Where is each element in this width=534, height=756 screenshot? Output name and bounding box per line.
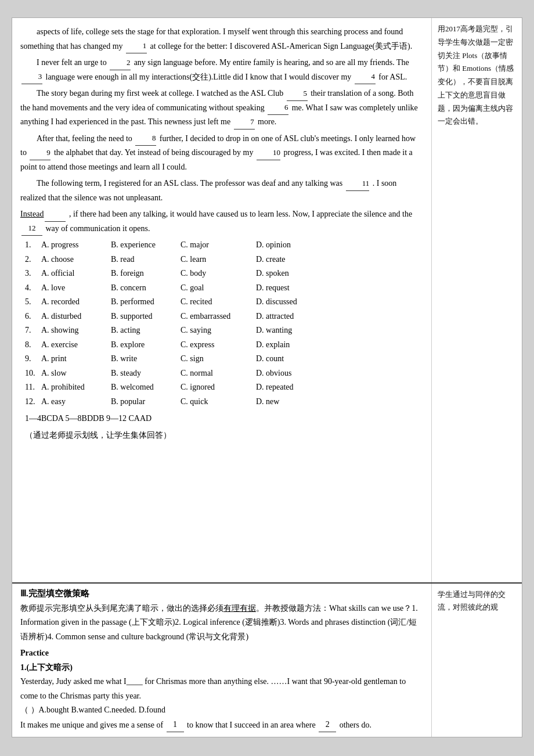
opt-a-11: A. prohibited — [41, 380, 111, 395]
blank11: 11 — [346, 177, 370, 191]
options-section: 1. A. progress B. experience C. major D.… — [20, 238, 423, 409]
opt-c-6: C. embarrassed — [181, 309, 256, 324]
sub1-para2: It makes me unique and gives me a sense … — [20, 718, 423, 733]
opt-c-9: C. sign — [181, 352, 256, 366]
opt-a-5: A. recorded — [41, 295, 111, 309]
para2-text: I never felt an urge to — [37, 58, 107, 67]
practice-title: Practice — [20, 646, 423, 661]
opt-b-3: B. foreign — [111, 267, 181, 281]
practice-label: Practice — [20, 649, 49, 657]
blank4: 4 — [355, 70, 376, 84]
opt-c-11: C. ignored — [181, 380, 256, 395]
sub1-para2b-text: to know that I succeed in an area where — [187, 721, 316, 729]
opt-b-1: B. experience — [111, 238, 181, 253]
opt-b-8: B. explore — [111, 338, 181, 352]
sub1-options-text: （ ）A.bought B.wanted C.needed. D.found — [20, 705, 165, 714]
para4c-text: the alphabet that day. Yet instead of be… — [54, 148, 254, 157]
right-note: 用2017高考题完型，引导学生每次做题一定密切关注 Plots（故事情节）和 E… — [438, 23, 516, 128]
blank1: 1 — [126, 39, 147, 53]
opt-b-7: B. acting — [111, 323, 181, 338]
opt-num-3: 3. — [25, 267, 41, 281]
opt-d-8: D. explain — [256, 338, 314, 352]
opt-a-3: A. official — [41, 267, 111, 281]
opt-a-12: A. easy — [41, 395, 111, 409]
option-row-4: 4. A. love B. concern C. goal D. request — [20, 281, 423, 296]
section3-title: Ⅲ.完型填空微策略 — [20, 588, 423, 599]
opt-num-9: 9. — [25, 352, 41, 366]
opt-c-8: C. express — [181, 338, 256, 352]
para5d-text: way of communication it opens. — [46, 224, 150, 233]
answer-line2: （通过老师提示划线，让学生集体回答） — [25, 431, 171, 440]
para4-text: After that, feeling the need to — [37, 134, 132, 143]
para2b-text: any sign language before. My entire fami… — [134, 58, 409, 67]
instead-blank — [45, 221, 66, 222]
opt-a-1: A. progress — [41, 238, 111, 253]
opt-num-4: 4. — [25, 281, 41, 296]
para5: The following term, I registered for an … — [20, 177, 423, 205]
opt-a-8: A. exercise — [41, 338, 111, 352]
section3-left: Ⅲ.完型填空微策略 教师提示完形填空从头到尾充满了暗示，做出的选择必须有理有据。… — [12, 584, 432, 737]
blank5: 5 — [287, 87, 308, 101]
sub1-para1-text: Yesterday, Judy asked me what I____ for … — [20, 677, 406, 700]
sub1-para2c-text: others do. — [340, 721, 371, 729]
opt-num-5: 5. — [25, 295, 41, 309]
sub1-para2-text: It makes me unique and gives me a sense … — [20, 721, 163, 729]
opt-c-3: C. body — [181, 267, 256, 281]
opt-c-12: C. quick — [181, 395, 256, 409]
blank6: 6 — [268, 101, 288, 115]
opt-d-12: D. new — [256, 395, 314, 409]
sub1-blank2: 2 — [319, 718, 336, 733]
opt-b-5: B. performed — [111, 295, 181, 309]
opt-c-7: C. saying — [181, 323, 256, 338]
page: aspects of life, college sets the stage … — [12, 17, 522, 737]
opt-b-6: B. supported — [111, 309, 181, 324]
answers-row: 1—4BCDA 5—8BDDB 9—12 CAAD — [20, 411, 423, 426]
opt-d-11: D. repeated — [256, 380, 314, 395]
opt-num-1: 1. — [25, 238, 41, 253]
opt-d-10: D. obvious — [256, 366, 314, 381]
blank2: 2 — [110, 56, 131, 70]
opt-b-4: B. concern — [111, 281, 181, 296]
para3: The story began during my first week at … — [20, 87, 423, 129]
opt-c-5: C. recited — [181, 295, 256, 309]
opt-a-10: A. slow — [41, 366, 111, 381]
answers-row2: （通过老师提示划线，让学生集体回答） — [20, 428, 423, 442]
para5c-text: , if there had been any talking, it woul… — [69, 210, 412, 218]
answer-line1: 1—4BCDA 5—8BDDB 9—12 CAAD — [25, 414, 151, 423]
option-row-3: 3. A. official B. foreign C. body D. spo… — [20, 267, 423, 281]
sub1-para1: Yesterday, Judy asked me what I____ for … — [20, 675, 423, 703]
opt-a-4: A. love — [41, 281, 111, 296]
opt-b-10: B. steady — [111, 366, 181, 381]
section3-intro-text: 教师提示完形填空从头到尾充满了暗示，做出的选择必须有理有据。并教授做题方法：Wh… — [20, 604, 418, 641]
opt-b-12: B. popular — [111, 395, 181, 409]
opt-num-11: 11. — [25, 380, 41, 395]
sub1-blank1: 1 — [167, 718, 184, 733]
sub1-options: （ ）A.bought B.wanted C.needed. D.found — [20, 703, 423, 718]
opt-d-3: D. spoken — [256, 267, 314, 281]
opt-num-8: 8. — [25, 338, 41, 352]
option-row-8: 8. A. exercise B. explore C. express D. … — [20, 338, 423, 352]
para1: aspects of life, college sets the stage … — [20, 25, 423, 53]
opt-a-9: A. print — [41, 352, 111, 366]
opt-b-2: B. read — [111, 253, 181, 267]
opt-c-1: C. major — [181, 238, 256, 253]
opt-d-5: D. discussed — [256, 295, 314, 309]
opt-a-7: A. showing — [41, 323, 111, 338]
para2c-text: language were enough in all my interacti… — [46, 73, 352, 81]
opt-num-10: 10. — [25, 366, 41, 381]
sub1-title: 1.(上下文暗示) — [20, 661, 423, 675]
opt-d-7: D. wanting — [256, 323, 314, 338]
opt-c-2: C. learn — [181, 253, 256, 267]
para3d-text: more. — [258, 117, 276, 126]
blank10: 10 — [257, 146, 280, 160]
para4: After that, feeling the need to 8 furthe… — [20, 132, 423, 175]
main-content: aspects of life, college sets the stage … — [12, 18, 522, 582]
option-row-9: 9. A. print B. write C. sign D. count — [20, 352, 423, 366]
blank8: 8 — [135, 132, 156, 146]
option-row-12: 12. A. easy B. popular C. quick D. new — [20, 395, 423, 409]
para2d-text: for ASL. — [378, 73, 407, 81]
section3-right: 学生通过与同伴的交流，对照彼此的观 — [432, 584, 522, 737]
opt-num-6: 6. — [25, 309, 41, 324]
option-row-1: 1. A. progress B. experience C. major D.… — [20, 238, 423, 253]
option-row-5: 5. A. recorded B. performed C. recited D… — [20, 295, 423, 309]
